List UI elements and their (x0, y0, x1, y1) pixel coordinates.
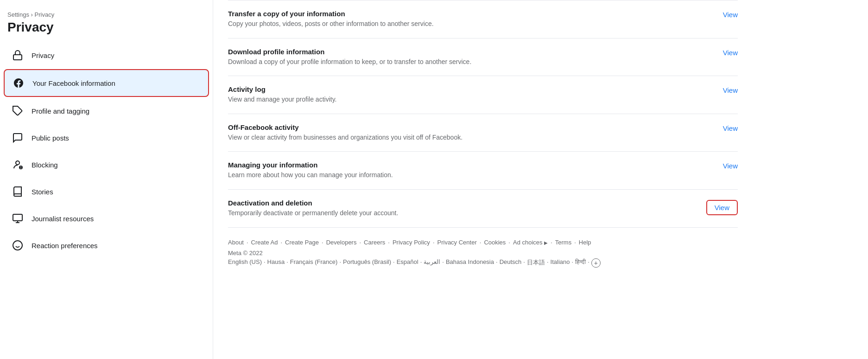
row-desc: View or clear activity from businesses a… (228, 133, 506, 142)
footer-lang-espanol[interactable]: Español (397, 258, 418, 268)
sidebar-item-journalist-resources[interactable]: Journalist resources (4, 205, 209, 231)
lock-icon (9, 47, 26, 64)
sidebar-item-reaction-preferences[interactable]: Reaction preferences (4, 232, 209, 258)
row-title: Download profile information (228, 48, 708, 56)
row-action: View (723, 123, 738, 132)
row-action: View (723, 48, 738, 57)
page-container: Settings › Privacy Privacy Privacy (0, 0, 868, 359)
sidebar-item-public-posts[interactable]: Public posts (4, 125, 209, 151)
ad-choices-icon: ▶ (544, 240, 548, 245)
footer-lang-deutsch[interactable]: Deutsch (500, 258, 522, 268)
footer-link-about[interactable]: About (228, 239, 247, 246)
footer-link-create-page[interactable]: Create Page (282, 239, 322, 246)
sidebar-item-label-public-posts: Public posts (32, 134, 69, 142)
footer-link-create-ad[interactable]: Create Ad (248, 239, 281, 246)
sidebar-item-label-facebook-info: Your Facebook information (32, 79, 115, 87)
reaction-icon (9, 237, 26, 254)
row-text: Deactivation and deletion Temporarily de… (228, 199, 691, 218)
row-title: Activity log (228, 85, 708, 93)
page-title: Privacy (7, 20, 205, 35)
footer-link-ad-choices[interactable]: Ad choices ▶ (510, 239, 551, 246)
footer-link-help[interactable]: Help (576, 239, 594, 246)
view-link-download[interactable]: View (723, 49, 738, 57)
journalist-icon (9, 210, 26, 227)
tag-icon (9, 103, 26, 119)
row-text: Download profile information Download a … (228, 48, 708, 67)
svg-point-8 (13, 241, 22, 250)
row-text: Managing your information Learn more abo… (228, 161, 708, 180)
footer-lang-arabic[interactable]: العربية (424, 258, 440, 268)
content-section: Transfer a copy of your information Copy… (228, 0, 738, 273)
sidebar-nav: Privacy Your Facebook information (0, 42, 213, 258)
facebook-icon (10, 75, 27, 91)
table-row: Download profile information Download a … (228, 38, 738, 77)
footer-link-privacy-policy[interactable]: Privacy Policy (390, 239, 433, 246)
sidebar: Settings › Privacy Privacy Privacy (0, 0, 213, 359)
footer-links: About · Create Ad · Create Page · Develo… (228, 239, 738, 246)
comment-icon (9, 129, 26, 146)
footer-lang-portugues[interactable]: Português (Brasil) (343, 258, 391, 268)
footer-lang-hausa[interactable]: Hausa (267, 258, 285, 268)
svg-rect-0 (13, 55, 22, 60)
sidebar-item-your-facebook-information[interactable]: Your Facebook information (4, 69, 209, 97)
footer-lang-francais[interactable]: Français (France) (290, 258, 338, 268)
breadcrumb: Settings › Privacy (7, 11, 205, 18)
row-text: Transfer a copy of your information Copy… (228, 10, 708, 29)
svg-rect-5 (13, 214, 22, 221)
footer-link-privacy-center[interactable]: Privacy Center (435, 239, 480, 246)
row-desc: Temporarily deactivate or permanently de… (228, 209, 506, 218)
footer-copyright: Meta © 2022 (228, 250, 738, 256)
table-row: Managing your information Learn more abo… (228, 152, 738, 190)
footer-lang-english[interactable]: English (US) (228, 258, 262, 268)
block-icon (9, 156, 26, 173)
footer-lang-hindi[interactable]: हिन्दी (575, 258, 586, 268)
footer-link-terms[interactable]: Terms (552, 239, 574, 246)
row-text: Activity log View and manage your profil… (228, 85, 708, 104)
footer: About · Create Ad · Create Page · Develo… (228, 228, 738, 273)
sidebar-item-label-reaction: Reaction preferences (32, 242, 98, 250)
view-link-deactivation[interactable]: View (706, 200, 738, 215)
table-row: Deactivation and deletion Temporarily de… (228, 190, 738, 228)
main-content: Transfer a copy of your information Copy… (213, 0, 868, 359)
row-action: View (723, 161, 738, 170)
sidebar-item-blocking[interactable]: Blocking (4, 152, 209, 178)
sidebar-item-label-blocking: Blocking (32, 161, 58, 169)
row-text: Off-Facebook activity View or clear acti… (228, 123, 708, 142)
add-language-button[interactable]: + (591, 258, 601, 268)
sidebar-item-label-privacy: Privacy (32, 51, 54, 59)
row-desc: Download a copy of your profile informat… (228, 58, 506, 67)
sidebar-header: Settings › Privacy Privacy (0, 7, 213, 42)
table-row: Activity log View and manage your profil… (228, 76, 738, 114)
row-desc: Copy your photos, videos, posts or other… (228, 19, 506, 29)
table-row: Transfer a copy of your information Copy… (228, 0, 738, 38)
row-title: Transfer a copy of your information (228, 10, 708, 18)
row-title: Off-Facebook activity (228, 123, 708, 131)
row-action: View (706, 199, 738, 215)
sidebar-item-label-profile-tagging: Profile and tagging (32, 107, 89, 115)
view-link-off-facebook[interactable]: View (723, 124, 738, 132)
sidebar-item-label-stories: Stories (32, 188, 53, 196)
footer-languages: English (US) · Hausa · Français (France)… (228, 258, 738, 268)
table-row: Off-Facebook activity View or clear acti… (228, 114, 738, 152)
footer-link-developers[interactable]: Developers (323, 239, 360, 246)
stories-icon (9, 183, 26, 200)
footer-lang-bahasa[interactable]: Bahasa Indonesia (446, 258, 494, 268)
footer-link-careers[interactable]: Careers (361, 239, 388, 246)
footer-link-cookies[interactable]: Cookies (481, 239, 508, 246)
footer-lang-japanese[interactable]: 日本語 (527, 258, 545, 268)
footer-lang-italiano[interactable]: Italiano (551, 258, 570, 268)
row-action: View (723, 10, 738, 19)
row-desc: Learn more about how you can manage your… (228, 171, 506, 180)
view-link-transfer[interactable]: View (723, 11, 738, 19)
row-action: View (723, 85, 738, 94)
row-desc: View and manage your profile activity. (228, 95, 506, 104)
row-title: Managing your information (228, 161, 708, 169)
sidebar-item-stories[interactable]: Stories (4, 179, 209, 205)
view-link-activity[interactable]: View (723, 86, 738, 94)
sidebar-item-label-journalist: Journalist resources (32, 215, 94, 223)
row-title: Deactivation and deletion (228, 199, 691, 207)
svg-point-2 (16, 161, 19, 165)
sidebar-item-privacy[interactable]: Privacy (4, 42, 209, 68)
view-link-managing[interactable]: View (723, 162, 738, 170)
sidebar-item-profile-and-tagging[interactable]: Profile and tagging (4, 98, 209, 124)
